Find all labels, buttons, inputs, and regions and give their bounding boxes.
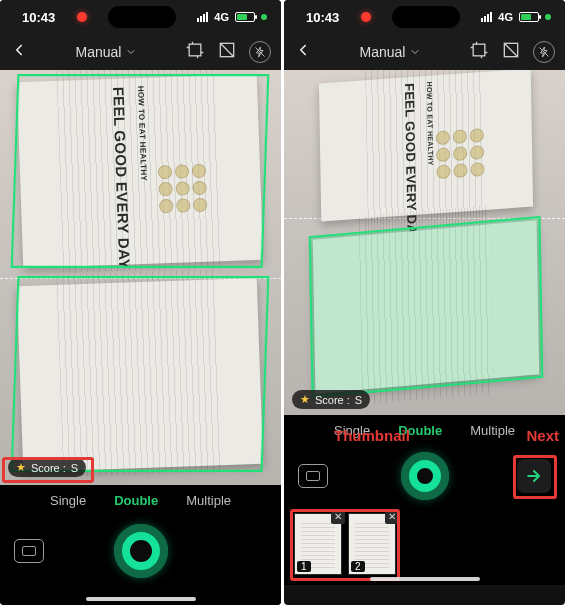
next-button[interactable] — [517, 459, 551, 493]
signal-bars-icon — [481, 12, 492, 22]
thumbnail-delete-icon[interactable]: ✕ — [385, 510, 399, 524]
phone-screenshot-left: 10:43 4G Manual — [0, 0, 281, 605]
battery-icon — [519, 12, 539, 22]
mode-multiple[interactable]: Multiple — [470, 423, 515, 438]
scan-mode-tabs: Single Double Multiple — [284, 415, 565, 445]
flash-off-icon[interactable] — [533, 41, 555, 63]
thumbnail-item[interactable]: 2 ✕ — [348, 513, 396, 575]
scan-score-badge: ★ Score : S — [8, 458, 86, 477]
detection-rectangle — [11, 276, 270, 472]
scan-mode-tabs: Single Double Multiple — [0, 485, 281, 515]
crop-icon[interactable] — [185, 40, 205, 64]
home-indicator — [370, 577, 480, 581]
location-dot-icon — [545, 14, 551, 20]
thumbnail-index: 1 — [297, 561, 311, 572]
dynamic-island — [392, 6, 460, 28]
mode-double[interactable]: Double — [398, 423, 442, 438]
flash-off-icon[interactable] — [249, 41, 271, 63]
scanned-page-preview: FEEL GOOD EVERY DAY HOW TO EAT HEALTHY — [319, 70, 533, 221]
status-time: 10:43 — [22, 10, 55, 25]
score-label: Score : — [315, 394, 350, 406]
status-bar: 10:43 4G — [0, 0, 281, 34]
camera-viewfinder: FEEL GOOD EVERY DAY HOW TO EAT HEALTHY ★… — [284, 70, 565, 415]
capture-mode-dropdown[interactable]: Manual — [360, 44, 422, 60]
status-time: 10:43 — [306, 10, 339, 25]
status-bar: 10:43 4G — [284, 0, 565, 34]
chevron-down-icon — [125, 46, 137, 58]
thumbnail-index: 2 — [351, 561, 365, 572]
score-value: S — [71, 462, 78, 474]
camera-viewfinder: FEEL GOOD EVERY DAY HOW TO EAT HEALTHY ★… — [0, 70, 281, 485]
status-right: 4G — [197, 11, 267, 23]
capture-mode-dropdown[interactable]: Manual — [76, 44, 138, 60]
phone-screenshot-right: 10:43 4G Manual — [284, 0, 565, 605]
shutter-row: Next Thumbnail — [284, 445, 565, 507]
arrow-right-icon — [524, 466, 544, 486]
star-icon: ★ — [16, 461, 26, 474]
home-indicator — [86, 597, 196, 601]
recording-indicator-icon — [361, 12, 371, 22]
grid-off-icon[interactable] — [501, 40, 521, 64]
scan-score-badge: ★ Score : S — [292, 390, 370, 409]
svg-rect-0 — [189, 44, 201, 56]
document-subhead: HOW TO EAT HEALTHY — [426, 81, 434, 165]
dynamic-island — [108, 6, 176, 28]
mode-single[interactable]: Single — [334, 423, 370, 438]
mode-multiple[interactable]: Multiple — [186, 493, 231, 508]
capture-mode-label: Manual — [360, 44, 406, 60]
gallery-button[interactable] — [298, 464, 328, 488]
network-label: 4G — [214, 11, 229, 23]
signal-bars-icon — [197, 12, 208, 22]
battery-icon — [235, 12, 255, 22]
back-button[interactable] — [294, 41, 312, 63]
back-button[interactable] — [10, 41, 28, 63]
recording-indicator-icon — [77, 12, 87, 22]
mode-double[interactable]: Double — [114, 493, 158, 508]
score-value: S — [355, 394, 362, 406]
star-icon: ★ — [300, 393, 310, 406]
status-right: 4G — [481, 11, 551, 23]
score-label: Score : — [31, 462, 66, 474]
scanner-top-toolbar: Manual — [0, 34, 281, 70]
gallery-button[interactable] — [14, 539, 44, 563]
scanner-top-toolbar: Manual — [284, 34, 565, 70]
thumbnail-strip: 1 ✕ 2 ✕ — [284, 507, 565, 585]
svg-rect-3 — [473, 44, 485, 56]
detection-rectangle — [309, 216, 544, 398]
shutter-button[interactable] — [401, 452, 449, 500]
shutter-row — [0, 515, 281, 587]
detection-rectangle — [11, 74, 270, 268]
chevron-down-icon — [409, 46, 421, 58]
thumbnail-item[interactable]: 1 ✕ — [294, 513, 342, 575]
location-dot-icon — [261, 14, 267, 20]
network-label: 4G — [498, 11, 513, 23]
grid-off-icon[interactable] — [217, 40, 237, 64]
thumbnail-delete-icon[interactable]: ✕ — [331, 510, 345, 524]
crop-icon[interactable] — [469, 40, 489, 64]
mode-single[interactable]: Single — [50, 493, 86, 508]
shutter-button[interactable] — [114, 524, 168, 578]
capture-mode-label: Manual — [76, 44, 122, 60]
